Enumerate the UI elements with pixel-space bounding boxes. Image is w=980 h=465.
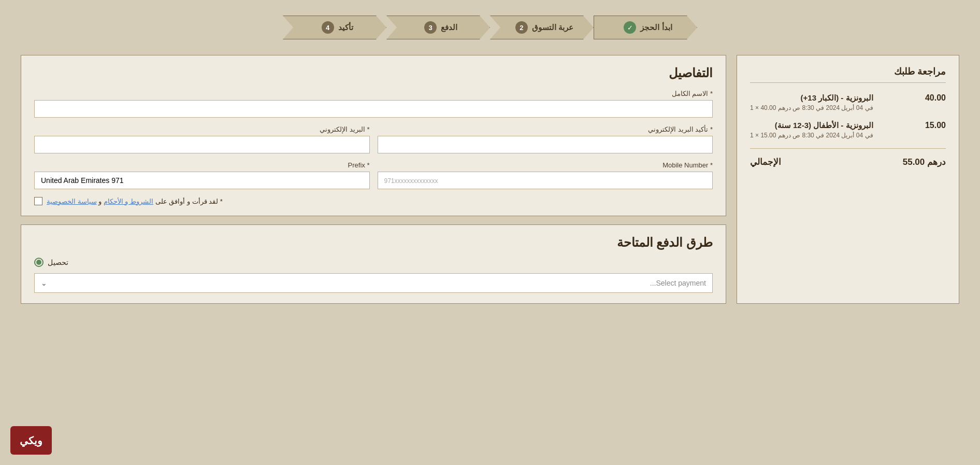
order-item-1-price: 40.00 bbox=[925, 93, 946, 103]
step-confirm[interactable]: تأكيد 4 bbox=[283, 16, 386, 39]
payment-select-dropdown[interactable]: ⌄ Select payment... bbox=[34, 273, 713, 293]
payment-radio[interactable] bbox=[34, 258, 44, 267]
order-item-2-details: البرونزية - الأطفال (3-12 سنة) في 04 أبر… bbox=[750, 121, 873, 139]
step-cart-label: عربة التسوق bbox=[532, 23, 573, 32]
order-summary-title: مراجعة طلبك bbox=[750, 66, 946, 83]
step-confirm-label: تأكيد bbox=[338, 23, 353, 32]
order-item-1-name: البرونزية - (الكبار 13+) bbox=[750, 93, 873, 103]
step-start[interactable]: ابدأ الحجز ✓ bbox=[594, 16, 697, 39]
confirm-email-label: * تأكيد البريد الإلكتروني bbox=[378, 125, 713, 133]
privacy-link[interactable]: سياسة الخصوصية bbox=[47, 198, 97, 205]
right-section: التفاصيل * الاسم الكامل * تأكيد البريد ا… bbox=[21, 55, 726, 304]
step-payment-number: 3 bbox=[424, 21, 437, 34]
details-title: التفاصيل bbox=[34, 66, 713, 80]
email-group: * البريد الإلكتروني bbox=[34, 125, 370, 153]
logo-box: ويكي bbox=[10, 426, 52, 455]
order-item-2-name: البرونزية - الأطفال (3-12 سنة) bbox=[750, 121, 873, 130]
step-start-check: ✓ bbox=[624, 21, 636, 34]
prefix-group: * Prefix United Arab Emirates 971 bbox=[34, 161, 370, 189]
step-confirm-number: 4 bbox=[322, 21, 334, 34]
step-start-label: ابدأ الحجز bbox=[640, 23, 672, 32]
main-content: مراجعة طلبك 40.00 البرونزية - (الكبار 13… bbox=[0, 50, 980, 314]
email-label: * البريد الإلكتروني bbox=[34, 125, 370, 133]
terms-checkbox[interactable] bbox=[34, 197, 42, 205]
confirm-email-group: * تأكيد البريد الإلكتروني bbox=[378, 125, 713, 153]
order-item-2-price: 15.00 bbox=[925, 121, 946, 130]
payment-radio-inner bbox=[36, 260, 41, 265]
mobile-row: * Mobile Number * Prefix United Arab Emi… bbox=[34, 161, 713, 189]
order-summary-panel: مراجعة طلبك 40.00 البرونزية - (الكبار 13… bbox=[737, 55, 959, 304]
terms-and: و bbox=[97, 198, 104, 205]
mobile-group: * Mobile Number bbox=[378, 161, 713, 189]
full-name-input[interactable] bbox=[34, 100, 713, 118]
logo-container: ويكي bbox=[10, 426, 52, 455]
payment-option-label: تحصيل bbox=[48, 258, 68, 266]
order-item-2-sub: في 04 أبريل 2024 في 8:30 ص درهم 15.00 × … bbox=[750, 132, 873, 139]
mobile-label: * Mobile Number bbox=[378, 161, 713, 169]
step-payment[interactable]: الدفع 3 bbox=[386, 16, 490, 39]
confirm-email-input[interactable] bbox=[378, 136, 713, 153]
order-total: 55.00 درهم الإجمالي bbox=[750, 157, 946, 167]
payment-option-tahseel: تحصيل bbox=[34, 258, 713, 267]
step-payment-label: الدفع bbox=[441, 23, 457, 32]
payment-select-arrow-icon: ⌄ bbox=[41, 279, 47, 287]
payment-select-placeholder: Select payment... bbox=[47, 279, 706, 287]
step-cart-number: 2 bbox=[515, 21, 528, 34]
order-item-1-sub: في 04 أبريل 2024 في 8:30 ص درهم 40.00 × … bbox=[750, 104, 873, 111]
order-item-1-details: البرونزية - (الكبار 13+) في 04 أبريل 202… bbox=[750, 93, 873, 111]
step-cart[interactable]: عربة التسوق 2 bbox=[490, 16, 594, 39]
terms-row: * لقد قرأت و أوافق على الشروط و الأحكام … bbox=[34, 197, 713, 205]
logo-text: ويكي bbox=[20, 434, 42, 447]
prefix-label: * Prefix bbox=[34, 161, 370, 169]
order-item-1: 40.00 البرونزية - (الكبار 13+) في 04 أبر… bbox=[750, 93, 946, 111]
order-total-amount: 55.00 درهم bbox=[903, 157, 946, 167]
payment-card: طرق الدفع المتاحة تحصيل ⌄ Select payment… bbox=[21, 224, 726, 304]
order-total-label: الإجمالي bbox=[750, 157, 781, 167]
email-input[interactable] bbox=[34, 136, 370, 153]
terms-label: * لقد قرأت و أوافق على الشروط و الأحكام … bbox=[47, 198, 223, 205]
full-name-row: * الاسم الكامل bbox=[34, 90, 713, 118]
full-name-label: * الاسم الكامل bbox=[34, 90, 713, 97]
details-card: التفاصيل * الاسم الكامل * تأكيد البريد ا… bbox=[21, 55, 726, 216]
full-name-group: * الاسم الكامل bbox=[34, 90, 713, 118]
mobile-input[interactable] bbox=[378, 172, 713, 189]
stepper: ابدأ الحجز ✓ عربة التسوق 2 الدفع 3 تأكيد… bbox=[0, 0, 980, 50]
order-divider bbox=[750, 148, 946, 149]
terms-link[interactable]: الشروط و الأحكام bbox=[104, 198, 153, 205]
payment-title: طرق الدفع المتاحة bbox=[34, 235, 713, 250]
terms-text: * لقد قرأت و أوافق على bbox=[153, 198, 223, 205]
prefix-select[interactable]: United Arab Emirates 971 bbox=[34, 172, 370, 189]
order-item-2: 15.00 البرونزية - الأطفال (3-12 سنة) في … bbox=[750, 121, 946, 139]
email-row: * تأكيد البريد الإلكتروني * البريد الإلك… bbox=[34, 125, 713, 153]
